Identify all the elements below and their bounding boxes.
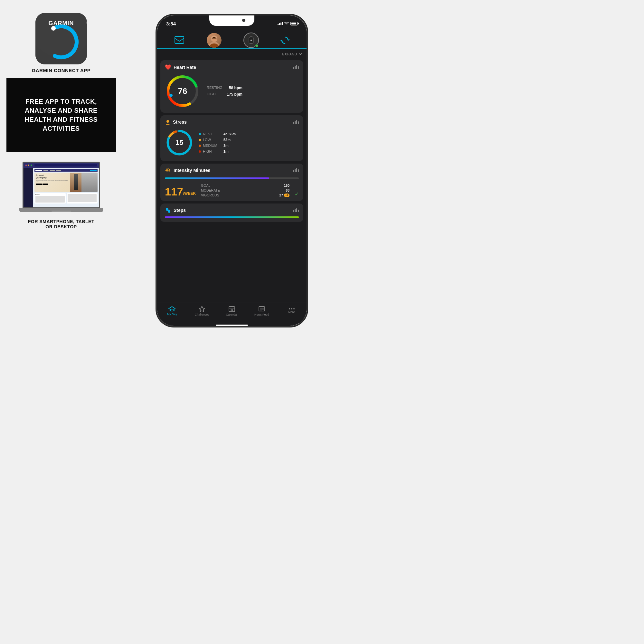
bottom-nav: My Day Challenges 31 Ca <box>157 302 307 323</box>
vigorous-badge: x2 <box>284 194 289 197</box>
goal-value: 150 <box>284 184 289 187</box>
expand-button[interactable]: EXPAND <box>282 52 303 56</box>
watch-avatar[interactable]: G <box>243 33 259 48</box>
svg-rect-46 <box>171 309 173 311</box>
intensity-bar <box>165 177 299 179</box>
heart-rate-title: Heart Rate <box>174 65 196 70</box>
svg-rect-45 <box>298 210 299 212</box>
phone-screen: 3:54 <box>157 15 307 326</box>
nav-my-day[interactable]: My Day <box>162 306 182 316</box>
nav-more-label: More <box>288 310 295 314</box>
garmin-app-icon: GARMIN ® <box>35 13 87 64</box>
goal-label: GOAL <box>201 184 210 187</box>
high-value: 175 bpm <box>227 92 242 97</box>
stress-title: Stress <box>173 119 187 125</box>
steps-chart-icon[interactable] <box>293 208 299 213</box>
svg-rect-39 <box>298 169 299 172</box>
steps-header: Steps <box>165 207 299 213</box>
heart-rate-header: ❤️ Heart Rate <box>165 64 299 70</box>
moderate-label: MODERATE <box>201 188 220 192</box>
svg-text:GARMIN: GARMIN <box>49 20 74 26</box>
heart-rate-stats: RESTING 58 bpm HIGH 175 bpm <box>207 86 242 97</box>
user-avatar[interactable] <box>206 32 222 48</box>
stress-chart-icon[interactable] <box>293 119 299 125</box>
svg-rect-15 <box>250 43 252 44</box>
heart-rate-value: 76 <box>178 86 187 96</box>
svg-rect-37 <box>295 169 296 172</box>
my-day-icon <box>168 306 175 312</box>
svg-text:G: G <box>251 39 252 41</box>
resting-label: RESTING <box>207 86 223 90</box>
wifi-icon <box>284 22 289 25</box>
medium-dot <box>199 145 201 147</box>
resting-value: 58 bpm <box>229 86 242 90</box>
stress-value: 15 <box>175 138 183 147</box>
calendar-icon: 31 <box>229 306 235 312</box>
checkmark-icon: ✓ <box>295 191 299 197</box>
intensity-chart-icon[interactable] <box>293 167 299 173</box>
left-panel: GARMIN ® GARMIN CONNECT APP FREE APP TO … <box>0 0 122 341</box>
svg-text:®: ® <box>86 21 87 24</box>
signal-icon <box>278 22 283 25</box>
intensity-stats: GOAL 150 MODERATE 63 VIGOROUS <box>201 184 289 197</box>
inbox-icon-header[interactable] <box>174 36 185 45</box>
nav-challenges-label: Challenges <box>195 313 209 316</box>
news-feed-icon <box>259 306 265 312</box>
svg-text:31: 31 <box>231 309 233 311</box>
low-dot <box>199 139 201 141</box>
moderate-value: 63 <box>286 188 289 192</box>
app-title: GARMIN CONNECT APP <box>32 68 91 73</box>
nav-news-feed-label: News Feed <box>254 313 269 316</box>
tagline-section: FREE APP TO TRACK, ANALYSE AND SHARE HEA… <box>6 78 116 152</box>
high-dot <box>199 150 201 153</box>
sync-icon[interactable] <box>280 36 289 45</box>
nav-news-feed[interactable]: News Feed <box>252 306 271 316</box>
steps-title: Steps <box>174 208 186 213</box>
svg-rect-25 <box>295 121 296 124</box>
svg-rect-18 <box>296 65 297 69</box>
stress-icon <box>165 119 171 125</box>
watch-online-dot <box>255 44 258 47</box>
nav-my-day-label: My Day <box>167 313 177 316</box>
stress-header: Stress <box>165 119 299 125</box>
intensity-title: Intensity Minutes <box>174 168 210 173</box>
svg-line-34 <box>170 169 170 170</box>
svg-rect-24 <box>293 122 294 124</box>
intensity-card: Intensity Minutes <box>160 164 303 201</box>
steps-icon <box>165 207 171 213</box>
svg-rect-27 <box>298 121 299 124</box>
steps-card: Steps <box>160 204 303 222</box>
status-icons <box>278 22 298 25</box>
challenges-icon <box>198 306 205 312</box>
nav-calendar[interactable]: 31 Calendar <box>222 306 241 316</box>
intensity-icon <box>165 168 171 173</box>
nav-calendar-label: Calendar <box>226 313 238 316</box>
svg-point-22 <box>169 94 173 97</box>
heart-rate-chart-icon[interactable] <box>293 64 299 70</box>
svg-rect-52 <box>259 307 265 311</box>
phone-notch <box>209 15 254 26</box>
stress-gauge: 15 <box>165 128 194 157</box>
svg-point-23 <box>166 120 169 123</box>
home-bar <box>216 325 248 326</box>
heart-rate-card: ❤️ Heart Rate <box>160 60 303 113</box>
svg-rect-19 <box>298 66 299 69</box>
device-label: FOR SMARTPHONE, TABLETOR DESKTOP <box>28 219 94 229</box>
svg-rect-42 <box>293 210 294 212</box>
svg-rect-43 <box>295 209 296 212</box>
laptop-image: Fitness at your fingertips Connect to ea… <box>16 157 106 215</box>
tagline-text: FREE APP TO TRACK, ANALYSE AND SHARE HEA… <box>13 97 109 133</box>
nav-challenges[interactable]: Challenges <box>192 306 212 316</box>
device-section: Fitness at your fingertips Connect to ea… <box>6 152 116 335</box>
svg-rect-5 <box>175 36 184 43</box>
svg-rect-26 <box>296 120 297 124</box>
heart-rate-gauge: 76 <box>165 73 200 109</box>
nav-more[interactable]: More <box>282 308 301 314</box>
svg-rect-44 <box>296 208 297 212</box>
app-content: EXPAND ❤️ Heart Rate <box>157 49 307 302</box>
intensity-body: 117 /WEEK GOAL 150 MODERATE 63 <box>165 176 299 197</box>
stress-rest-row: REST 4h 56m <box>199 132 236 136</box>
phone: 3:54 <box>156 14 308 327</box>
more-dots-icon <box>289 308 295 309</box>
stress-high-row: HIGH 1m <box>199 149 236 153</box>
